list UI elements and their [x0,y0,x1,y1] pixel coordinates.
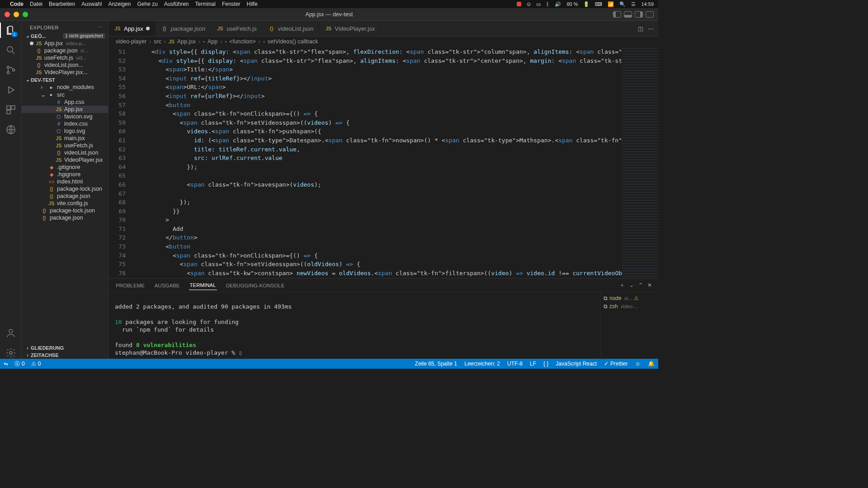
open-editors-header[interactable]: ⌄ GEÖ... 1 nicht gespeichert [22,32,108,40]
more-actions-icon[interactable]: ⋯ [648,25,654,32]
lang-icon[interactable]: { } [543,361,548,367]
panel-tab[interactable]: TERMINAL [189,281,217,290]
project-header[interactable]: ⌄ DEV-TEST [22,76,108,84]
status-icon[interactable]: ⊙ [527,1,531,7]
volume-icon[interactable]: 🔊 [555,1,561,7]
editor-tab[interactable]: JSuseFetch.js [211,21,262,36]
language-mode[interactable]: JavaScript React [556,361,597,367]
menu-app[interactable]: Code [10,1,24,7]
open-editor-item[interactable]: JSVideoPlayer.jsx... [22,69,108,76]
bluetooth-icon[interactable]: ᛒ [546,1,549,7]
menu-window[interactable]: Fenster [222,1,241,7]
remote-icon[interactable] [5,124,17,136]
editor-tab[interactable]: JSVideoPlayer.jsx [320,21,381,36]
breadcrumb-item[interactable]: setVideos() callback [268,38,318,45]
maximize-panel-icon[interactable]: ⌃ [638,282,643,289]
menu-run[interactable]: Ausführen [164,1,189,7]
tree-item[interactable]: <>index.html [22,178,108,185]
minimap[interactable] [622,47,658,278]
tree-item[interactable]: {}package.json [22,214,108,221]
extensions-icon[interactable] [5,104,17,116]
panel-tab[interactable]: PROBLEME [115,281,146,290]
errors-item[interactable]: ⓧ 0 [14,360,25,368]
open-editor-item[interactable]: {}package.jsonvi... [22,47,108,54]
editor-tab[interactable]: {}videoList.json [263,21,320,36]
tree-item[interactable]: JSvite.config.js [22,200,108,207]
tree-item[interactable]: {}package-lock.json [22,207,108,214]
breadcrumb-item[interactable]: App.jsx [177,38,196,45]
breadcrumb-item[interactable]: src [154,38,161,45]
tree-item[interactable]: {}package-lock.json [22,185,108,192]
code-editor[interactable]: <div style={{ display: <span class="tk-s… [130,47,622,278]
tree-item[interactable]: {}package.json [22,192,108,200]
keyboard-icon[interactable]: ⌨ [595,1,602,7]
open-editor-item[interactable]: JSApp.jsxvideo-p... [22,40,108,47]
menu-help[interactable]: Hilfe [247,1,258,7]
toggle-sidebar-icon[interactable] [613,11,621,18]
remote-status-icon[interactable]: ⇋ [4,361,8,367]
close-panel-icon[interactable]: ✕ [647,282,652,289]
encoding[interactable]: UTF-8 [507,361,523,367]
menu-goto[interactable]: Gehe zu [137,1,157,7]
window-zoom-icon[interactable] [23,12,28,17]
tree-item[interactable]: ›▸node_modules [22,84,108,91]
tree-item[interactable]: #App.css [22,99,108,106]
settings-gear-icon[interactable] [5,347,17,359]
bell-icon[interactable]: 🔔 [648,361,655,367]
tree-item[interactable]: ◆.gitignore [22,164,108,171]
eol[interactable]: LF [530,361,536,367]
panel-tab[interactable]: AUSGABE [154,281,181,290]
editor-tab[interactable]: {}package.json [156,21,212,36]
breadcrumb-item[interactable]: <function> [229,38,255,45]
feedback-icon[interactable]: ☺ [635,361,641,367]
menu-view[interactable]: Anzeigen [108,1,131,7]
window-minimize-icon[interactable] [14,12,19,17]
timeline-header[interactable]: › ZEITACHSE [22,352,108,359]
terminal-dropdown-icon[interactable]: ⌄ [629,282,634,289]
menu-edit[interactable]: Bearbeiten [49,1,75,7]
terminal-list-item[interactable]: ⧉nodevi...⚠ [604,294,656,302]
open-editor-item[interactable]: JSuseFetch.jsvid... [22,54,108,61]
breadcrumb-item[interactable]: video-player [116,38,146,45]
warnings-item[interactable]: ⚠ 0 [31,361,41,367]
recording-icon[interactable] [517,2,521,6]
battery-icon[interactable]: 🔋 [583,1,590,7]
tree-item[interactable]: JSVideoPlayer.jsx [22,156,108,164]
wifi-icon[interactable]: 📶 [608,1,614,7]
menu-file[interactable]: Datei [30,1,42,7]
split-editor-icon[interactable]: ◫ [638,25,643,32]
customize-layout-icon[interactable] [646,11,654,18]
tree-item[interactable]: JSuseFetch.js [22,142,108,149]
tree-item[interactable]: #index.css [22,120,108,127]
tree-item[interactable]: JSApp.jsx [22,106,108,113]
control-center-icon[interactable]: ☰ [631,1,636,7]
search-icon[interactable]: 🔍 [619,1,626,7]
new-terminal-icon[interactable]: ＋ [619,282,625,289]
run-debug-icon[interactable] [5,84,17,96]
screen-icon[interactable]: ▭ [536,1,541,7]
toggle-panel-icon[interactable] [624,11,632,18]
menu-terminal[interactable]: Terminal [195,1,216,7]
search-view-icon[interactable] [5,44,17,56]
tree-item[interactable]: ⌄▸src [22,91,108,99]
tree-item[interactable]: {}videoList.json [22,149,108,156]
terminal-list-item[interactable]: ⧉zshvideo-... [604,302,656,310]
explorer-icon[interactable]: 1 [5,24,17,36]
outline-header[interactable]: › GLIEDERUNG [22,344,108,352]
source-control-icon[interactable] [5,64,17,76]
editor-tab[interactable]: JSApp.jsx [108,21,156,36]
tree-item[interactable]: JSmain.jsx [22,135,108,142]
terminal-output[interactable]: added 2 packages, and audited 90 package… [108,292,600,359]
tree-item[interactable]: ⬡favicon.svg [22,113,108,120]
open-editor-item[interactable]: {}videoList.json... [22,61,108,69]
accounts-icon[interactable] [5,327,17,339]
clock[interactable]: 14:59 [641,1,654,7]
indentation[interactable]: Leerzeichen: 2 [464,361,500,367]
panel-tab[interactable]: DEBUGGING-KONSOLE [225,281,286,290]
breadcrumb-item[interactable]: App [208,38,217,45]
cursor-position[interactable]: Zeile 65, Spalte 1 [415,361,457,367]
window-close-icon[interactable] [5,12,10,17]
tree-item[interactable]: ◆.hgignore [22,171,108,178]
toggle-secondary-icon[interactable] [635,11,643,18]
tree-item[interactable]: ⬡logo.svg [22,127,108,135]
